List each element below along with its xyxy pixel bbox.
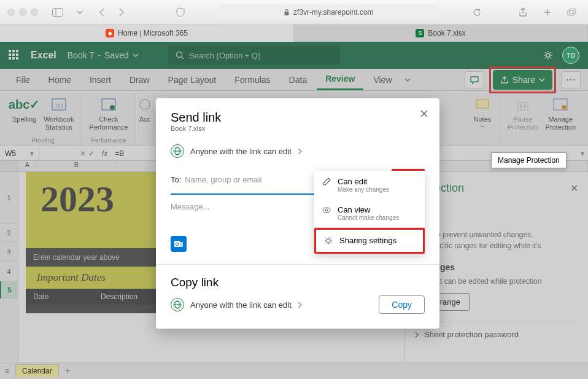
tab-home[interactable]: Home (40, 69, 80, 90)
minimize-window-icon[interactable] (19, 9, 26, 16)
chevron-right-icon (298, 148, 302, 155)
tab-draw[interactable]: Draw (121, 69, 158, 90)
chevron-down-icon[interactable] (404, 78, 411, 82)
confirm-edit-icon[interactable]: ✓ (88, 149, 95, 158)
share-icon[interactable] (514, 5, 532, 20)
svg-rect-0 (53, 8, 63, 16)
sheet-tab-calendar[interactable]: Calendar (15, 364, 59, 377)
share-button[interactable]: Share (493, 70, 552, 90)
back-icon[interactable] (93, 5, 110, 20)
chevron-right-icon (414, 331, 419, 338)
svg-text:123: 123 (55, 103, 63, 109)
add-sheet-icon[interactable]: + (65, 365, 71, 377)
ribbon-group-notes: Notes (465, 93, 500, 146)
notes-button[interactable]: Notes (470, 93, 495, 129)
send-link-dialog: Send link Book 7.xlsx Anyone with the li… (156, 98, 439, 329)
col-header-a[interactable]: A (18, 161, 37, 171)
gear-icon[interactable] (543, 50, 554, 61)
avatar[interactable]: TD (562, 47, 579, 64)
name-box[interactable]: W5▾ (0, 146, 39, 160)
notes-icon (473, 95, 492, 114)
copy-button[interactable]: Copy (379, 295, 425, 314)
zoom-window-icon[interactable] (31, 9, 38, 16)
svg-rect-2 (285, 12, 289, 15)
ribbon-tab-strip: File Home Insert Draw Page Layout Formul… (0, 69, 588, 91)
window-controls (7, 9, 38, 16)
safari-tab-book[interactable]: S Book 7.xlsx (294, 25, 588, 42)
svg-point-5 (176, 52, 182, 58)
accessibility-icon (135, 95, 155, 114)
check-performance-button[interactable]: Check Performance (87, 93, 130, 133)
fx-icon[interactable]: fx (98, 149, 111, 158)
sidebar-toggle-icon[interactable] (49, 5, 66, 20)
row-header-5[interactable]: 5 (0, 281, 18, 299)
tooltip-manage-protection: Manage Protection (491, 152, 567, 168)
close-icon[interactable]: ✕ (570, 182, 578, 194)
outlook-icon[interactable]: O (171, 236, 187, 252)
option-can-view[interactable]: Can view Cannot make changes (314, 199, 425, 227)
more-button[interactable]: ⋯ (561, 71, 581, 88)
manage-protection-button[interactable]: Manage Protection (543, 93, 578, 133)
performance-icon (99, 95, 118, 114)
all-sheets-icon[interactable]: ≡ (5, 367, 9, 375)
chevron-down-icon[interactable] (71, 5, 88, 20)
protection-icon (551, 95, 570, 114)
row-header-2[interactable]: 2 (0, 224, 18, 242)
comment-icon (470, 76, 479, 84)
row-header-4[interactable]: 4 (0, 262, 18, 281)
safari-tab-label: Book 7.xlsx (428, 29, 465, 37)
tab-view[interactable]: View (365, 69, 400, 90)
row-header-1[interactable]: 1 (0, 172, 18, 224)
col-header-b[interactable]: B (37, 161, 117, 171)
ribbon-group-proofing: abc✓ Spelling 123 Workbook Statistics Pr… (5, 93, 82, 146)
app-launcher-icon[interactable] (9, 50, 20, 61)
safari-tab-label: Home | Microsoft 365 (118, 29, 188, 37)
excel-file-icon: S (416, 29, 424, 37)
tab-page-layout[interactable]: Page Layout (160, 69, 225, 90)
option-sharing-settings[interactable]: Sharing settings (316, 230, 423, 252)
sheet-tab-strip: ≡ Calendar + (0, 362, 588, 379)
document-title[interactable]: Book 7 - Saved (68, 50, 139, 60)
workbook-stats-button[interactable]: 123 Workbook Statistics (41, 93, 76, 133)
chevron-down-icon (539, 78, 545, 82)
close-icon[interactable] (420, 109, 428, 118)
accessibility-button[interactable]: Acc (133, 93, 157, 125)
chevron-down-icon (480, 125, 485, 128)
office-icon: ◆ (106, 29, 114, 37)
tab-review[interactable]: Review (317, 69, 363, 90)
cancel-edit-icon[interactable]: ✕ (80, 149, 86, 158)
svg-text:O: O (175, 241, 179, 247)
row-header-3[interactable]: 3 (0, 242, 18, 262)
url-bar[interactable]: zf3vr-my.sharepoint.com (218, 4, 439, 20)
comments-button[interactable] (465, 71, 484, 88)
reload-icon[interactable] (468, 5, 485, 20)
select-all-corner[interactable] (0, 161, 18, 171)
dialog-subtitle: Book 7.xlsx (171, 125, 425, 132)
svg-point-11 (110, 105, 115, 110)
safari-tab-home[interactable]: ◆ Home | Microsoft 365 (0, 25, 294, 42)
copy-link-heading: Copy link (171, 276, 425, 289)
new-tab-icon[interactable] (539, 5, 556, 20)
shield-icon[interactable] (172, 5, 189, 20)
chevron-down-icon (133, 53, 139, 57)
search-input[interactable]: Search (Option + Q) (168, 46, 340, 64)
lock-icon (284, 9, 290, 16)
svg-rect-3 (568, 10, 574, 15)
tab-insert[interactable]: Insert (81, 69, 120, 90)
tab-formulas[interactable]: Formulas (226, 69, 279, 90)
copy-link-permission[interactable]: Anyone with the link can edit (171, 298, 302, 311)
tab-file[interactable]: File (7, 69, 39, 90)
gear-icon (323, 236, 333, 246)
ribbon-group-protection: Pause Protection Manage Protection (500, 93, 583, 146)
spelling-button[interactable]: abc✓ Spelling (10, 93, 39, 133)
option-can-edit[interactable]: Can edit Make any changes (314, 171, 425, 199)
expand-formula-bar-icon[interactable]: ▾ (577, 149, 588, 158)
tab-data[interactable]: Data (280, 69, 316, 90)
tabs-overview-icon[interactable] (563, 5, 581, 20)
link-permission-row[interactable]: Anyone with the link can edit (171, 139, 425, 163)
safari-toolbar: zf3vr-my.sharepoint.com (0, 0, 588, 25)
forward-icon[interactable] (113, 5, 130, 20)
close-window-icon[interactable] (7, 9, 15, 16)
ribbon-group-accessibility: Acc (136, 93, 154, 146)
row-headers: 1 2 3 4 5 (0, 172, 18, 362)
